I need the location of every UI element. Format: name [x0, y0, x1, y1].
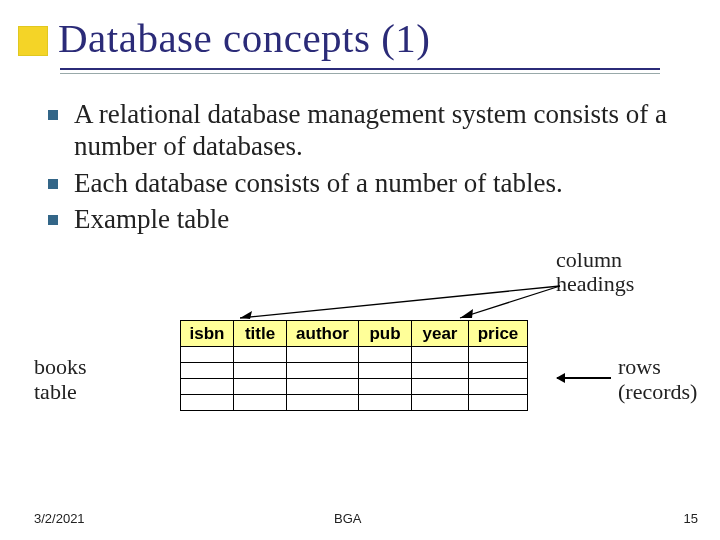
- table-cell: [359, 395, 412, 411]
- table-cell: [287, 347, 359, 363]
- bullet-marker: [48, 110, 58, 120]
- table-cell: [234, 347, 287, 363]
- table-row: [181, 347, 528, 363]
- bullet-text: A relational database management system …: [74, 98, 688, 163]
- table-cell: [234, 379, 287, 395]
- table-cell: [234, 395, 287, 411]
- table-cell: [359, 363, 412, 379]
- books-table-label: bookstable: [34, 354, 87, 405]
- rows-records-label: rows(records): [618, 354, 697, 405]
- table-cell: [412, 379, 469, 395]
- example-table: isbntitleauthorpubyearprice: [180, 320, 528, 411]
- column-header: price: [469, 321, 528, 347]
- column-header: year: [412, 321, 469, 347]
- svg-marker-1: [240, 311, 252, 319]
- table-cell: [359, 347, 412, 363]
- column-header: pub: [359, 321, 412, 347]
- table-cell: [469, 363, 528, 379]
- table-cell: [469, 347, 528, 363]
- table-cell: [412, 347, 469, 363]
- table-cell: [287, 363, 359, 379]
- table-cell: [359, 379, 412, 395]
- table-row: [181, 395, 528, 411]
- table-cell: [181, 395, 234, 411]
- bullet-text: Example table: [74, 203, 229, 235]
- column-header: isbn: [181, 321, 234, 347]
- title-underline-shadow: [60, 73, 660, 74]
- bullet-item: Example table: [48, 203, 688, 235]
- table-cell: [234, 363, 287, 379]
- table-cell: [181, 347, 234, 363]
- table-row: [181, 363, 528, 379]
- table-cell: [181, 363, 234, 379]
- table-row: [181, 379, 528, 395]
- table-cell: [412, 395, 469, 411]
- table-cell: [287, 379, 359, 395]
- title-bullet-square: [18, 26, 48, 56]
- column-header: author: [287, 321, 359, 347]
- table-cell: [469, 379, 528, 395]
- table-cell: [469, 395, 528, 411]
- footer-center: BGA: [334, 511, 361, 526]
- bullet-text: Each database consists of a number of ta…: [74, 167, 563, 199]
- footer-slide-number: 15: [684, 511, 698, 526]
- slide-title: Database concepts (1): [58, 14, 431, 62]
- table-cell: [181, 379, 234, 395]
- table-cell: [287, 395, 359, 411]
- table-cell: [412, 363, 469, 379]
- footer-date: 3/2/2021: [34, 511, 85, 526]
- title-underline: [60, 68, 660, 70]
- svg-marker-3: [460, 309, 473, 318]
- rows-arrow: [557, 377, 611, 379]
- slide-title-area: Database concepts (1): [18, 14, 431, 62]
- bullet-marker: [48, 179, 58, 189]
- bullet-list: A relational database management system …: [48, 98, 688, 240]
- bullet-item: Each database consists of a number of ta…: [48, 167, 688, 199]
- bullet-marker: [48, 215, 58, 225]
- bullet-item: A relational database management system …: [48, 98, 688, 163]
- column-header: title: [234, 321, 287, 347]
